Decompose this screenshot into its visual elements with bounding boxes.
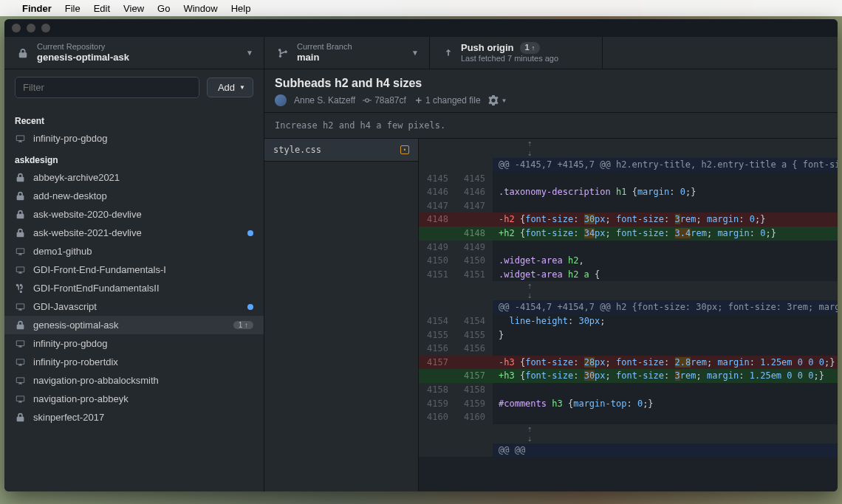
repo-item[interactable]: GDI-Front-End-Fundamentals-I bbox=[4, 260, 264, 279]
commit-title: Subheads h2 and h4 sizes bbox=[275, 77, 827, 90]
repo-label: infinity-pro-robertdix bbox=[33, 356, 253, 367]
expand-hunk[interactable]: ⇡⇣ bbox=[419, 139, 838, 158]
repo-item[interactable]: GDI-FrontEndFundamentalsII bbox=[4, 279, 264, 297]
diff-line[interactable]: 4157+h3 {font-size: 30px; font-size: 3re… bbox=[419, 369, 838, 383]
repo-label: infinity-pro-gbdog bbox=[33, 338, 253, 349]
branch-value: main bbox=[297, 52, 352, 63]
expand-hunk[interactable]: ⇡⇣ bbox=[419, 281, 838, 300]
menubar-item[interactable]: Help bbox=[231, 3, 251, 14]
diff-line[interactable]: 41464146.taxonomy-description h1 {margin… bbox=[419, 185, 838, 199]
lock-icon bbox=[15, 173, 26, 182]
menubar-item[interactable]: View bbox=[123, 3, 144, 14]
files-changed[interactable]: 1 changed file bbox=[414, 95, 481, 106]
monitor-icon bbox=[15, 265, 26, 275]
diff-settings[interactable]: ▼ bbox=[488, 95, 507, 106]
expand-hunk[interactable]: ⇡⇣ bbox=[419, 424, 838, 443]
modified-icon: • bbox=[400, 145, 409, 154]
diff-line[interactable]: 41514151.widget-area h2 a { bbox=[419, 268, 838, 282]
repo-item[interactable]: ask-website-2021-devlive bbox=[4, 224, 264, 242]
repo-item[interactable]: infinity-pro-gbdog bbox=[4, 129, 264, 148]
diff-line[interactable]: 4148-h2 {font-size: 30px; font-size: 3re… bbox=[419, 213, 838, 227]
commit-description: Increase h2 and h4 a few pixels. bbox=[264, 113, 838, 139]
monitor-icon bbox=[15, 134, 26, 143]
branch-label: Current Branch bbox=[297, 42, 352, 52]
diff-line[interactable]: 41584158 bbox=[419, 383, 838, 397]
commit-sha[interactable]: 78a87cf bbox=[363, 95, 406, 106]
sidebar: Add▼ Recentinfinity-pro-gbdogaskdesignab… bbox=[4, 69, 264, 491]
menubar-item[interactable]: Window bbox=[183, 3, 217, 14]
repo-item[interactable]: navigation-pro-abbalocksmith bbox=[4, 371, 264, 390]
repo-item[interactable]: genesis-optimal-ask1 ↑ bbox=[4, 316, 264, 334]
repo-label: Current Repository bbox=[37, 42, 129, 52]
push-origin-button[interactable]: Push origin 1↑ Last fetched 7 minutes ag… bbox=[430, 37, 603, 69]
diff-line[interactable]: 4157-h3 {font-size: 28px; font-size: 2.8… bbox=[419, 356, 838, 370]
repo-label: abbeyk-archive2021 bbox=[33, 172, 253, 183]
diff-line[interactable]: 41554155} bbox=[419, 328, 838, 342]
uncommitted-dot-icon bbox=[247, 304, 253, 310]
repo-item[interactable]: infinity-pro-gbdog bbox=[4, 334, 264, 353]
repo-selector[interactable]: Current Repository genesis-optimal-ask ▼ bbox=[4, 37, 264, 69]
repo-label: demo1-github bbox=[33, 246, 253, 257]
repo-label: ask-website-2021-devlive bbox=[33, 227, 240, 238]
diff-line[interactable]: @@ -4154,7 +4154,7 @@ h2 {font-size: 30p… bbox=[419, 300, 838, 314]
section-header: Recent bbox=[4, 108, 264, 129]
uncommitted-dot-icon bbox=[247, 230, 253, 236]
chevron-down-icon: ▼ bbox=[411, 49, 419, 57]
repo-item[interactable]: ask-website-2020-devlive bbox=[4, 205, 264, 224]
add-button[interactable]: Add▼ bbox=[207, 77, 253, 97]
diff-line[interactable]: 41544154 line-height: 30px; bbox=[419, 314, 838, 328]
repo-label: navigation-pro-abbalocksmith bbox=[33, 375, 253, 386]
repo-label: navigation-pro-abbeyk bbox=[33, 393, 253, 404]
menubar-app-name[interactable]: Finder bbox=[22, 3, 52, 14]
monitor-icon bbox=[15, 376, 26, 385]
diff-panel: Subheads h2 and h4 sizes Anne S. Katzeff… bbox=[264, 69, 838, 491]
branch-icon bbox=[278, 47, 288, 59]
monitor-icon bbox=[15, 357, 26, 367]
repo-item[interactable]: abbeyk-archive2021 bbox=[4, 168, 264, 187]
diff-line[interactable]: 41494149 bbox=[419, 241, 838, 255]
diff-line[interactable]: @@ -4145,7 +4145,7 @@ h2.entry-title, h2… bbox=[419, 158, 838, 172]
close-icon[interactable] bbox=[12, 24, 21, 32]
file-tab[interactable]: style.css • bbox=[264, 139, 418, 162]
fork-icon bbox=[15, 283, 26, 293]
toolbar: Current Repository genesis-optimal-ask ▼… bbox=[4, 37, 838, 69]
diff-line[interactable]: 4148+h2 {font-size: 34px; font-size: 3.4… bbox=[419, 227, 838, 241]
diff-line[interactable]: 41564156 bbox=[419, 342, 838, 356]
lock-icon bbox=[15, 320, 26, 330]
diff-line[interactable]: 41454145 bbox=[419, 172, 838, 186]
diff-line[interactable]: 41474147 bbox=[419, 199, 838, 213]
menubar-item[interactable]: Go bbox=[157, 3, 170, 14]
lock-icon bbox=[15, 412, 26, 422]
repo-item[interactable]: demo1-github bbox=[4, 242, 264, 260]
ahead-badge: 1 ↑ bbox=[233, 321, 253, 329]
repo-label: skinperfect-2017 bbox=[33, 412, 253, 423]
repo-label: infinity-pro-gbdog bbox=[33, 133, 253, 144]
menubar-item[interactable]: Edit bbox=[94, 3, 110, 14]
diff-line[interactable]: 41504150.widget-area h2, bbox=[419, 254, 838, 268]
repo-label: GDI-FrontEndFundamentalsII bbox=[33, 283, 253, 294]
branch-selector[interactable]: Current Branch main ▼ bbox=[264, 37, 430, 69]
svg-point-0 bbox=[366, 99, 369, 103]
chevron-down-icon: ▼ bbox=[239, 84, 245, 91]
repo-item[interactable]: add-new-desktop bbox=[4, 187, 264, 205]
lock-icon bbox=[15, 191, 26, 201]
commit-author[interactable]: Anne S. Katzeff bbox=[294, 95, 355, 106]
diff-line[interactable]: @@ @@ bbox=[419, 443, 838, 458]
monitor-icon bbox=[15, 302, 26, 311]
window-titlebar bbox=[4, 19, 838, 37]
diff-line[interactable]: 41604160 bbox=[419, 410, 838, 424]
diff-line[interactable]: 41594159#comments h3 {margin-top: 0;} bbox=[419, 397, 838, 411]
minimize-icon[interactable] bbox=[27, 24, 35, 32]
filter-input[interactable] bbox=[15, 77, 199, 98]
repo-item[interactable]: skinperfect-2017 bbox=[4, 408, 264, 427]
maximize-icon[interactable] bbox=[41, 24, 50, 32]
repo-item[interactable]: infinity-pro-robertdix bbox=[4, 353, 264, 371]
repo-item[interactable]: GDI-Javascript bbox=[4, 297, 264, 316]
monitor-icon bbox=[15, 394, 26, 404]
commit-header: Subheads h2 and h4 sizes Anne S. Katzeff… bbox=[264, 69, 838, 113]
repo-item[interactable]: navigation-pro-abbeyk bbox=[4, 390, 264, 408]
diff-view[interactable]: ⇡⇣@@ -4145,7 +4145,7 @@ h2.entry-title, … bbox=[419, 139, 838, 491]
lock-icon bbox=[15, 210, 26, 219]
monitor-icon bbox=[15, 246, 26, 256]
menubar-item[interactable]: File bbox=[65, 3, 81, 14]
